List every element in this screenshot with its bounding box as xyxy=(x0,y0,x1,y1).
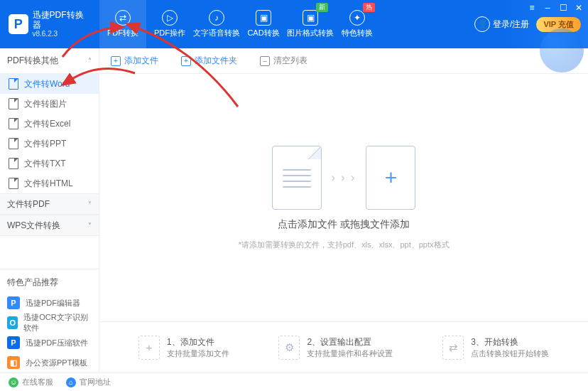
add-file-icon: + xyxy=(111,56,121,66)
tab-image[interactable]: 新▣图片格式转换 xyxy=(287,0,334,48)
sidebar-group-header[interactable]: PDF转换其他˄ xyxy=(0,48,99,74)
step-1: +1、添加文件支持批量添加文件 xyxy=(138,336,229,360)
sidebar-item-to-excel[interactable]: 文件转Excel xyxy=(0,114,99,134)
chevron-down-icon: ˅ xyxy=(88,222,92,230)
steps-bar: +1、添加文件支持批量添加文件 ⚙2、设置输出配置支持批量操作和各种设置 ⇄3、… xyxy=(99,321,588,373)
minimize-button[interactable]: – xyxy=(543,3,552,13)
drop-title: 点击添加文件 或拖拽文件添加 xyxy=(278,218,410,231)
login-button[interactable]: 👤登录/注册 xyxy=(474,16,529,32)
file-icon xyxy=(9,78,18,90)
sidebar-item-to-html[interactable]: 文件转HTML xyxy=(0,173,99,193)
arrow-dots-icon: › › › xyxy=(332,171,356,184)
avatar-icon: 👤 xyxy=(474,16,490,32)
brand-logo-icon: P xyxy=(9,14,28,34)
promo-pdf-editor[interactable]: P迅捷PDF编辑器 xyxy=(0,293,99,313)
clear-list-button[interactable]: –清空列表 xyxy=(249,55,319,67)
window-controls: ≡ – ☐ ✕ xyxy=(527,3,584,13)
brand: P 迅捷PDF转换器 v8.6.2.3 xyxy=(0,0,99,48)
close-button[interactable]: ✕ xyxy=(574,3,584,13)
file-icon xyxy=(9,98,18,109)
file-icon xyxy=(9,178,18,189)
badge-hot: 热 xyxy=(363,3,375,12)
file-icon xyxy=(9,138,18,149)
audio-icon: ♪ xyxy=(209,10,224,26)
promo-compress[interactable]: P迅捷PDF压缩软件 xyxy=(0,333,99,353)
promo-icon: ◧ xyxy=(7,356,20,369)
maximize-button[interactable]: ☐ xyxy=(558,3,568,13)
promo-ppt-templates[interactable]: ◧办公资源PPT模板 xyxy=(0,353,99,373)
service-icon: ☺ xyxy=(9,377,18,387)
sidebar-item-to-word[interactable]: 文件转Word xyxy=(0,74,99,94)
add-file-illustration[interactable]: + xyxy=(366,146,415,210)
sidebar: 文件转Word 文件转图片 文件转Excel 文件转PPT 文件转TXT 文件转… xyxy=(0,74,99,373)
promo-icon: P xyxy=(7,336,20,349)
top-tabs: ⇄PDF转换 ▷PDF操作 ♪文字语音转换 ▣CAD转换 新▣图片格式转换 热✦… xyxy=(99,0,381,48)
cad-icon: ▣ xyxy=(256,10,271,26)
footer: ☺在线客服 ⌂官网地址 xyxy=(0,373,588,391)
step-2: ⚙2、设置输出配置支持批量操作和各种设置 xyxy=(278,336,393,360)
add-folder-icon: + xyxy=(181,56,191,66)
sidebar-item-to-txt[interactable]: 文件转TXT xyxy=(0,154,99,173)
tab-pdf-ops[interactable]: ▷PDF操作 xyxy=(146,0,193,48)
convert-icon: ⇄ xyxy=(115,10,131,26)
step-3: ⇄3、开始转换点击转换按钮开始转换 xyxy=(442,336,549,360)
promo-heading: 特色产品推荐 xyxy=(0,269,99,293)
step-gear-icon: ⚙ xyxy=(278,336,300,360)
add-file-button[interactable]: +添加文件 xyxy=(99,55,170,67)
badge-new: 新 xyxy=(316,3,328,12)
promo-icon: O xyxy=(7,316,18,329)
main-panel: › › › + 点击添加文件 或拖拽文件添加 *请添加需要转换的文件，支持pdf… xyxy=(99,74,588,373)
chevron-down-icon: ˅ xyxy=(88,200,92,208)
tab-special[interactable]: 热✦特色转换 xyxy=(334,0,381,48)
file-icon xyxy=(9,118,18,129)
sidebar-group-wps[interactable]: WPS文件转换˅ xyxy=(0,215,99,236)
app-header: P 迅捷PDF转换器 v8.6.2.3 ⇄PDF转换 ▷PDF操作 ♪文字语音转… xyxy=(0,0,588,48)
tab-cad[interactable]: ▣CAD转换 xyxy=(240,0,287,48)
globe-icon: ⌂ xyxy=(66,377,76,387)
toolbar: PDF转换其他˄ +添加文件 +添加文件夹 –清空列表 xyxy=(0,48,588,74)
step-convert-icon: ⇄ xyxy=(442,336,464,360)
image-icon: ▣ xyxy=(303,10,318,26)
vip-button[interactable]: VIP 充值 xyxy=(536,17,581,32)
promo-ocr[interactable]: O迅捷OCR文字识别软件 xyxy=(0,313,99,333)
official-site-link[interactable]: ⌂官网地址 xyxy=(66,377,111,387)
chevron-up-icon: ˄ xyxy=(88,57,92,65)
sidebar-group-to-pdf[interactable]: 文件转PDF˅ xyxy=(0,193,99,215)
app-version: v8.6.2.3 xyxy=(33,30,92,38)
drop-subtitle: *请添加需要转换的文件，支持pdf、xls、xlsx、ppt、pptx格式 xyxy=(238,240,449,250)
ops-icon: ▷ xyxy=(162,10,178,26)
app-title: 迅捷PDF转换器 xyxy=(33,10,92,31)
online-service-link[interactable]: ☺在线客服 xyxy=(9,377,53,387)
add-folder-button[interactable]: +添加文件夹 xyxy=(170,55,249,67)
drop-zone[interactable]: › › › + 点击添加文件 或拖拽文件添加 *请添加需要转换的文件，支持pdf… xyxy=(99,74,588,321)
document-illustration xyxy=(272,146,322,210)
tab-pdf-convert[interactable]: ⇄PDF转换 xyxy=(99,0,146,48)
sidebar-item-to-image[interactable]: 文件转图片 xyxy=(0,94,99,114)
star-icon: ✦ xyxy=(349,10,365,26)
clear-icon: – xyxy=(260,56,270,66)
promo-icon: P xyxy=(7,296,20,309)
tab-tts[interactable]: ♪文字语音转换 xyxy=(193,0,240,48)
menu-icon[interactable]: ≡ xyxy=(527,3,537,13)
step-add-icon: + xyxy=(138,336,160,360)
file-icon xyxy=(9,158,18,169)
sidebar-item-to-ppt[interactable]: 文件转PPT xyxy=(0,134,99,154)
